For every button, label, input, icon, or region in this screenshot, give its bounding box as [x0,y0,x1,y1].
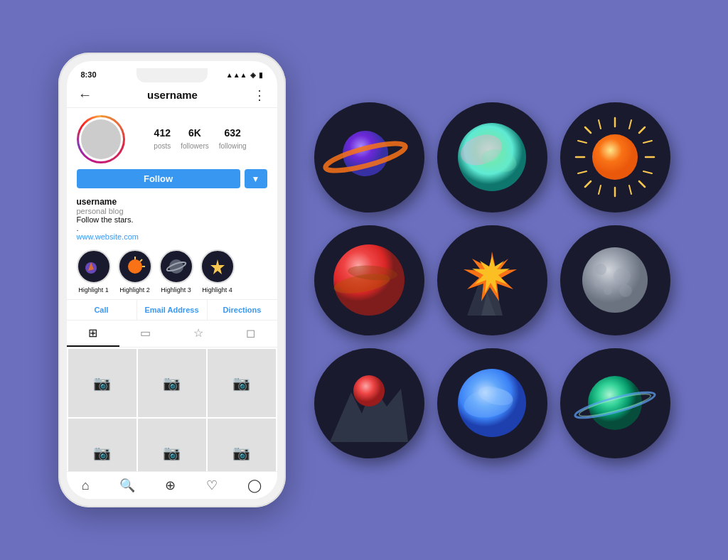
phone-screen: 8:30 ▲▲▲ ◈ ▮ ← username ⋮ [67,61,277,499]
person-icon: ◻ [246,326,255,340]
reels-icon: ▭ [140,326,151,340]
follow-button[interactable]: Follow [77,169,240,188]
main-container: 8:30 ▲▲▲ ◈ ▮ ← username ⋮ [37,31,692,529]
avatar-ring [77,115,125,163]
highlight-label-1: Highlight 1 [78,286,109,294]
highlight-4[interactable]: Highlight 4 [200,249,235,294]
planet-sun [560,102,670,212]
followers-count: 6K [181,127,208,139]
battery-icon: ▮ [259,71,263,79]
highlight-circle-4 [200,249,235,284]
planet-moon [560,225,670,335]
blue-planet-svg [446,357,538,449]
highlight-label-4: Highlight 4 [202,286,232,294]
profile-section: 412 posts 6K followers 632 following [67,108,277,197]
grid-cell-1[interactable]: 📷 [68,349,136,417]
camera-icon-6: 📷 [232,444,250,461]
svg-point-37 [592,134,638,180]
planet-star [437,225,547,335]
followers-stat: 6K followers [181,127,208,151]
following-count: 632 [219,127,247,139]
status-icons: ▲▲▲ ◈ ▮ [226,71,263,79]
svg-point-49 [595,264,606,275]
highlight-circle-3 [159,249,193,284]
tab-reels[interactable]: ▭ [119,321,172,347]
svg-point-50 [614,268,631,285]
camera-icon-3: 📷 [232,375,250,392]
email-button[interactable]: Email Address [137,300,208,320]
highlight-label-3: Highlight 3 [161,286,191,294]
tagged-icon: ☆ [193,326,203,340]
avatar-inner [79,117,123,161]
nav-bar: ← username ⋮ [67,84,277,108]
planet-saturn [314,102,424,212]
call-button[interactable]: Call [67,300,137,320]
bio-name: username [77,197,267,207]
grid-cell-5[interactable]: 📷 [138,419,206,471]
profile-nav-title: username [147,89,198,101]
bottom-nav: ⌂ 🔍 ⊕ ♡ ◯ [67,471,277,499]
more-button[interactable]: ⋮ [253,87,266,103]
add-nav-icon[interactable]: ⊕ [165,478,176,493]
following-stat: 632 following [219,127,247,151]
following-label: following [219,142,247,150]
photo-grid: 📷 📷 📷 📷 📷 📷 [67,348,277,471]
camera-icon-2: 📷 [163,375,181,392]
grid-cell-6[interactable]: 📷 [208,419,276,471]
followers-label: followers [181,142,208,150]
status-time: 8:30 [81,70,97,79]
ringed-green-svg [569,357,661,449]
signal-icon: ▲▲▲ [226,71,247,79]
nebula-svg [446,111,538,203]
highlight-3[interactable]: Highlight 3 [159,249,193,294]
planet-nebula [437,102,547,212]
bio-section: username personal blog Follow the stars.… [67,197,277,244]
avatar [81,119,121,159]
directions-button[interactable]: Directions [208,300,277,320]
highlight-1[interactable]: Highlight 1 [77,249,111,294]
sun-svg [569,111,661,203]
star-svg [446,234,538,326]
profile-top: 412 posts 6K followers 632 following [77,115,267,163]
camera-icon-4: 📷 [93,444,111,461]
svg-point-53 [594,280,601,287]
grid-cell-3[interactable]: 📷 [208,349,276,417]
bio-dot: . [77,224,267,232]
planet-blue [437,348,547,458]
planet-comet [314,348,424,458]
grid-cell-4[interactable]: 📷 [68,419,136,471]
action-buttons: Call Email Address Directions [67,300,277,321]
highlight-circle-1 [77,249,111,284]
bio-text: Follow the stars. [77,215,267,224]
svg-point-51 [604,286,612,295]
tab-grid[interactable]: ⊞ [67,321,119,347]
svg-point-9 [169,259,183,274]
phone-mockup: 8:30 ▲▲▲ ◈ ▮ ← username ⋮ [58,53,286,507]
profile-nav-icon[interactable]: ◯ [247,478,262,493]
posts-stat: 412 posts [154,127,171,151]
heart-nav-icon[interactable]: ♡ [206,478,218,493]
svg-point-52 [619,284,632,297]
home-nav-icon[interactable]: ⌂ [82,478,90,493]
tab-tagged[interactable]: ☆ [172,321,225,347]
search-nav-icon[interactable]: 🔍 [119,478,135,493]
highlight-circle-2 [118,249,152,284]
moon-svg [569,234,661,326]
follow-row: Follow ▼ [77,169,267,188]
highlight-2[interactable]: Highlight 2 [118,249,152,294]
planet-mars [314,225,424,335]
stats-row: 412 posts 6K followers 632 following [134,127,267,151]
grid-cell-2[interactable]: 📷 [138,349,206,417]
planet-grid [314,102,670,458]
tab-person[interactable]: ◻ [225,321,277,347]
mars-svg [323,234,415,326]
dropdown-button[interactable]: ▼ [245,169,267,188]
wifi-icon: ◈ [250,71,256,79]
bio-category: personal blog [77,207,267,215]
camera-icon-1: 📷 [93,375,111,392]
back-button[interactable]: ← [78,87,92,103]
highlights-section: Highlight 1 Highlight 2 [67,244,277,300]
comet-svg [323,357,415,449]
bio-link[interactable]: www.website.com [77,232,267,241]
grid-icon: ⊞ [88,326,97,340]
